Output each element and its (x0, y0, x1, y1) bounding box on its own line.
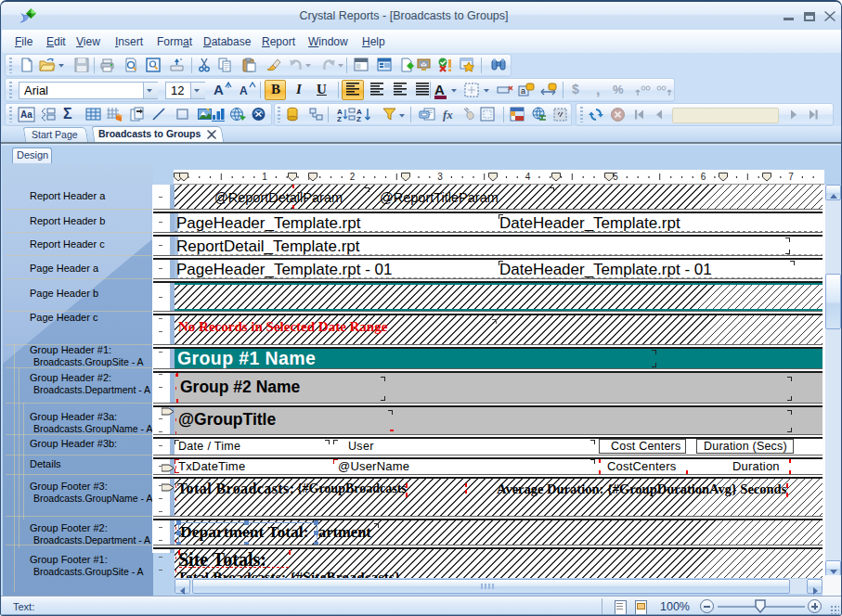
svg-text:4: 4 (525, 172, 531, 182)
svg-text:2: 2 (350, 172, 356, 182)
svg-text:6: 6 (701, 172, 706, 182)
svg-text:Aa: Aa (20, 109, 32, 120)
svg-text:a: a (521, 86, 525, 96)
svg-text:7: 7 (788, 172, 794, 182)
svg-text:3: 3 (437, 172, 443, 182)
svg-text:Z: Z (337, 115, 342, 122)
svg-text:Z: Z (356, 115, 361, 122)
svg-text:1: 1 (262, 172, 267, 182)
svg-text:5: 5 (613, 172, 618, 182)
